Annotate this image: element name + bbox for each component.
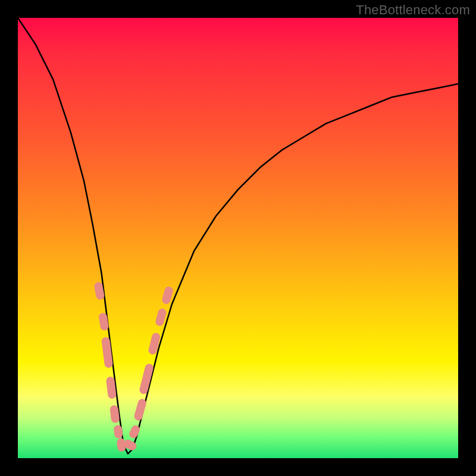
chart-frame: TheBottleneck.com [0, 0, 476, 476]
bead [139, 363, 154, 395]
bead [161, 286, 174, 305]
bead [113, 425, 123, 439]
bead [133, 398, 148, 421]
bead [98, 312, 109, 331]
watermark-text: TheBottleneck.com [356, 2, 470, 18]
bottleneck-curve [18, 18, 458, 454]
bead [148, 332, 161, 355]
curve-layer [18, 18, 458, 458]
plot-area [18, 18, 458, 458]
